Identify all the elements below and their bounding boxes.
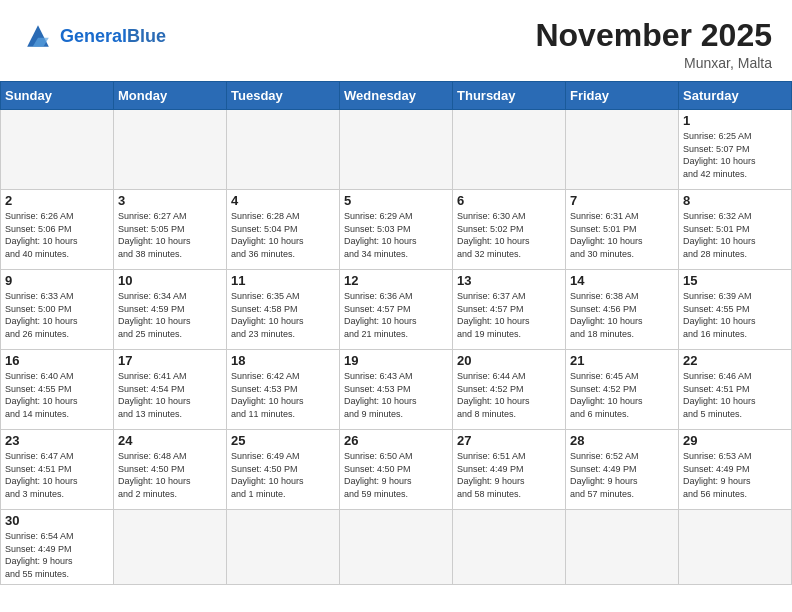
calendar-cell: 18Sunrise: 6:42 AM Sunset: 4:53 PM Dayli…	[227, 350, 340, 430]
day-info: Sunrise: 6:43 AM Sunset: 4:53 PM Dayligh…	[344, 370, 448, 420]
calendar-cell	[453, 110, 566, 190]
calendar-header-tuesday: Tuesday	[227, 82, 340, 110]
day-info: Sunrise: 6:50 AM Sunset: 4:50 PM Dayligh…	[344, 450, 448, 500]
day-number: 5	[344, 193, 448, 208]
calendar-cell: 27Sunrise: 6:51 AM Sunset: 4:49 PM Dayli…	[453, 430, 566, 510]
logo-blue: Blue	[127, 26, 166, 46]
calendar-cell	[566, 110, 679, 190]
calendar-cell	[566, 510, 679, 584]
day-number: 11	[231, 273, 335, 288]
day-number: 13	[457, 273, 561, 288]
day-number: 18	[231, 353, 335, 368]
calendar-cell: 4Sunrise: 6:28 AM Sunset: 5:04 PM Daylig…	[227, 190, 340, 270]
calendar-cell: 24Sunrise: 6:48 AM Sunset: 4:50 PM Dayli…	[114, 430, 227, 510]
calendar-cell	[340, 110, 453, 190]
month-title: November 2025	[535, 18, 772, 53]
day-number: 3	[118, 193, 222, 208]
calendar-cell	[114, 110, 227, 190]
day-info: Sunrise: 6:35 AM Sunset: 4:58 PM Dayligh…	[231, 290, 335, 340]
day-info: Sunrise: 6:48 AM Sunset: 4:50 PM Dayligh…	[118, 450, 222, 500]
day-info: Sunrise: 6:28 AM Sunset: 5:04 PM Dayligh…	[231, 210, 335, 260]
calendar-cell	[114, 510, 227, 584]
day-number: 14	[570, 273, 674, 288]
day-info: Sunrise: 6:54 AM Sunset: 4:49 PM Dayligh…	[5, 530, 109, 580]
location: Munxar, Malta	[535, 55, 772, 71]
day-info: Sunrise: 6:38 AM Sunset: 4:56 PM Dayligh…	[570, 290, 674, 340]
calendar-cell: 21Sunrise: 6:45 AM Sunset: 4:52 PM Dayli…	[566, 350, 679, 430]
calendar-header-sunday: Sunday	[1, 82, 114, 110]
calendar-cell: 23Sunrise: 6:47 AM Sunset: 4:51 PM Dayli…	[1, 430, 114, 510]
day-info: Sunrise: 6:47 AM Sunset: 4:51 PM Dayligh…	[5, 450, 109, 500]
day-info: Sunrise: 6:40 AM Sunset: 4:55 PM Dayligh…	[5, 370, 109, 420]
day-info: Sunrise: 6:49 AM Sunset: 4:50 PM Dayligh…	[231, 450, 335, 500]
day-number: 16	[5, 353, 109, 368]
calendar-cell: 19Sunrise: 6:43 AM Sunset: 4:53 PM Dayli…	[340, 350, 453, 430]
logo: GeneralBlue	[20, 18, 166, 54]
calendar-cell: 15Sunrise: 6:39 AM Sunset: 4:55 PM Dayli…	[679, 270, 792, 350]
calendar-cell	[340, 510, 453, 584]
day-number: 12	[344, 273, 448, 288]
day-number: 7	[570, 193, 674, 208]
day-info: Sunrise: 6:51 AM Sunset: 4:49 PM Dayligh…	[457, 450, 561, 500]
day-number: 8	[683, 193, 787, 208]
day-info: Sunrise: 6:32 AM Sunset: 5:01 PM Dayligh…	[683, 210, 787, 260]
calendar-cell: 6Sunrise: 6:30 AM Sunset: 5:02 PM Daylig…	[453, 190, 566, 270]
day-number: 26	[344, 433, 448, 448]
calendar-week-6: 30Sunrise: 6:54 AM Sunset: 4:49 PM Dayli…	[1, 510, 792, 584]
calendar-cell: 17Sunrise: 6:41 AM Sunset: 4:54 PM Dayli…	[114, 350, 227, 430]
calendar-week-3: 9Sunrise: 6:33 AM Sunset: 5:00 PM Daylig…	[1, 270, 792, 350]
calendar-cell: 5Sunrise: 6:29 AM Sunset: 5:03 PM Daylig…	[340, 190, 453, 270]
day-number: 2	[5, 193, 109, 208]
calendar-cell: 28Sunrise: 6:52 AM Sunset: 4:49 PM Dayli…	[566, 430, 679, 510]
day-info: Sunrise: 6:41 AM Sunset: 4:54 PM Dayligh…	[118, 370, 222, 420]
page: GeneralBlue November 2025 Munxar, Malta …	[0, 0, 792, 585]
logo-text: GeneralBlue	[60, 27, 166, 45]
calendar-cell	[679, 510, 792, 584]
calendar-header-row: SundayMondayTuesdayWednesdayThursdayFrid…	[1, 82, 792, 110]
day-info: Sunrise: 6:25 AM Sunset: 5:07 PM Dayligh…	[683, 130, 787, 180]
day-number: 29	[683, 433, 787, 448]
calendar-cell: 3Sunrise: 6:27 AM Sunset: 5:05 PM Daylig…	[114, 190, 227, 270]
calendar-cell	[1, 110, 114, 190]
day-number: 10	[118, 273, 222, 288]
day-number: 1	[683, 113, 787, 128]
calendar-header-wednesday: Wednesday	[340, 82, 453, 110]
day-info: Sunrise: 6:39 AM Sunset: 4:55 PM Dayligh…	[683, 290, 787, 340]
day-info: Sunrise: 6:44 AM Sunset: 4:52 PM Dayligh…	[457, 370, 561, 420]
calendar-week-1: 1Sunrise: 6:25 AM Sunset: 5:07 PM Daylig…	[1, 110, 792, 190]
day-number: 19	[344, 353, 448, 368]
calendar-cell: 8Sunrise: 6:32 AM Sunset: 5:01 PM Daylig…	[679, 190, 792, 270]
calendar-cell: 1Sunrise: 6:25 AM Sunset: 5:07 PM Daylig…	[679, 110, 792, 190]
calendar-cell: 2Sunrise: 6:26 AM Sunset: 5:06 PM Daylig…	[1, 190, 114, 270]
day-info: Sunrise: 6:46 AM Sunset: 4:51 PM Dayligh…	[683, 370, 787, 420]
day-info: Sunrise: 6:29 AM Sunset: 5:03 PM Dayligh…	[344, 210, 448, 260]
calendar-header-friday: Friday	[566, 82, 679, 110]
calendar-week-2: 2Sunrise: 6:26 AM Sunset: 5:06 PM Daylig…	[1, 190, 792, 270]
day-info: Sunrise: 6:52 AM Sunset: 4:49 PM Dayligh…	[570, 450, 674, 500]
calendar-cell: 25Sunrise: 6:49 AM Sunset: 4:50 PM Dayli…	[227, 430, 340, 510]
day-number: 20	[457, 353, 561, 368]
day-info: Sunrise: 6:36 AM Sunset: 4:57 PM Dayligh…	[344, 290, 448, 340]
header: GeneralBlue November 2025 Munxar, Malta	[0, 0, 792, 81]
day-info: Sunrise: 6:42 AM Sunset: 4:53 PM Dayligh…	[231, 370, 335, 420]
day-number: 22	[683, 353, 787, 368]
calendar-cell: 12Sunrise: 6:36 AM Sunset: 4:57 PM Dayli…	[340, 270, 453, 350]
calendar-cell: 20Sunrise: 6:44 AM Sunset: 4:52 PM Dayli…	[453, 350, 566, 430]
calendar-cell: 11Sunrise: 6:35 AM Sunset: 4:58 PM Dayli…	[227, 270, 340, 350]
day-info: Sunrise: 6:37 AM Sunset: 4:57 PM Dayligh…	[457, 290, 561, 340]
day-number: 24	[118, 433, 222, 448]
calendar-header-monday: Monday	[114, 82, 227, 110]
day-info: Sunrise: 6:34 AM Sunset: 4:59 PM Dayligh…	[118, 290, 222, 340]
calendar-cell: 7Sunrise: 6:31 AM Sunset: 5:01 PM Daylig…	[566, 190, 679, 270]
day-info: Sunrise: 6:26 AM Sunset: 5:06 PM Dayligh…	[5, 210, 109, 260]
logo-general: General	[60, 26, 127, 46]
day-number: 15	[683, 273, 787, 288]
day-number: 30	[5, 513, 109, 528]
calendar-header-thursday: Thursday	[453, 82, 566, 110]
calendar-cell: 30Sunrise: 6:54 AM Sunset: 4:49 PM Dayli…	[1, 510, 114, 584]
calendar-cell: 26Sunrise: 6:50 AM Sunset: 4:50 PM Dayli…	[340, 430, 453, 510]
day-number: 9	[5, 273, 109, 288]
day-info: Sunrise: 6:27 AM Sunset: 5:05 PM Dayligh…	[118, 210, 222, 260]
calendar-week-5: 23Sunrise: 6:47 AM Sunset: 4:51 PM Dayli…	[1, 430, 792, 510]
calendar-cell: 16Sunrise: 6:40 AM Sunset: 4:55 PM Dayli…	[1, 350, 114, 430]
